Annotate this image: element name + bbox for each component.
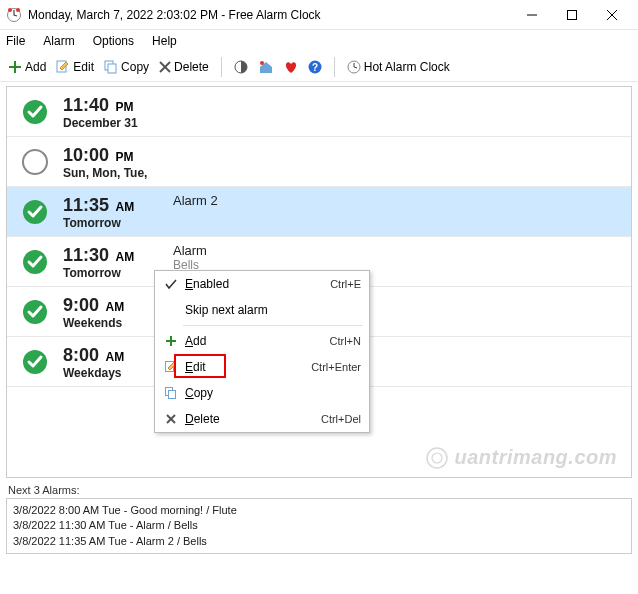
svg-point-2: [16, 8, 20, 12]
svg-rect-30: [169, 391, 176, 399]
alarm-status: [7, 93, 63, 125]
menu-help[interactable]: Help: [150, 32, 179, 50]
footer: Next 3 Alarms: 3/8/2022 8:00 AM Tue - Go…: [6, 482, 632, 554]
menu-options[interactable]: Options: [91, 32, 136, 50]
next-alarm-line: 3/8/2022 8:00 AM Tue - Good morning! / F…: [13, 503, 625, 518]
help-button[interactable]: ?: [306, 58, 324, 76]
context-menu-delete[interactable]: Delete Ctrl+Del: [155, 406, 369, 432]
contrast-button[interactable]: [232, 58, 250, 76]
alarm-time: 11:40 PMDecember 31: [63, 93, 173, 130]
window-title: Monday, March 7, 2022 2:03:02 PM - Free …: [28, 8, 512, 22]
app-icon: [6, 7, 22, 23]
context-menu-enabled[interactable]: Enabled Ctrl+E: [155, 271, 369, 297]
context-menu-separator: [183, 325, 363, 326]
titlebar: Monday, March 7, 2022 2:03:02 PM - Free …: [0, 0, 638, 30]
context-menu-label: Edit: [181, 360, 311, 374]
alarm-status: [7, 243, 63, 275]
toolbar: Add Edit Copy Delete ? Hot Alarm Clock: [0, 52, 638, 82]
context-menu-add[interactable]: Add Ctrl+N: [155, 328, 369, 354]
toolbar-separator: [221, 57, 222, 77]
alarm-row[interactable]: 11:35 AMTomorrowAlarm 2: [7, 187, 631, 237]
next-alarm-line: 3/8/2022 11:30 AM Tue - Alarm / Bells: [13, 518, 625, 533]
edit-icon: [161, 361, 181, 373]
window-controls: [512, 1, 632, 29]
help-icon: ?: [308, 60, 322, 74]
context-menu-edit[interactable]: Edit Ctrl+Enter: [155, 354, 369, 380]
alarm-time: 10:00 PMSun, Mon, Tue,: [63, 143, 173, 180]
delete-label: Delete: [174, 60, 209, 74]
context-menu-label: Add: [181, 334, 330, 348]
maximize-button[interactable]: [552, 1, 592, 29]
add-button[interactable]: Add: [6, 58, 48, 76]
next-alarm-line: 3/8/2022 11:35 AM Tue - Alarm 2 / Bells: [13, 534, 625, 549]
plus-icon: [8, 60, 22, 74]
menu-alarm[interactable]: Alarm: [41, 32, 76, 50]
delete-icon: [161, 414, 181, 424]
watermark: uantrimang.com: [426, 446, 617, 469]
add-label: Add: [25, 60, 46, 74]
svg-point-15: [260, 61, 264, 65]
context-menu-label: Enabled: [181, 277, 330, 291]
context-menu-label: Delete: [181, 412, 321, 426]
context-menu-shortcut: Ctrl+Del: [321, 413, 361, 425]
close-button[interactable]: [592, 1, 632, 29]
alarm-row[interactable]: 11:40 PMDecember 31: [7, 87, 631, 137]
alarm-row[interactable]: 10:00 PMSun, Mon, Tue,: [7, 137, 631, 187]
copy-button[interactable]: Copy: [102, 58, 151, 76]
context-menu-shortcut: Ctrl+E: [330, 278, 361, 290]
delete-icon: [159, 61, 171, 73]
context-menu-copy[interactable]: Copy: [155, 380, 369, 406]
edit-label: Edit: [73, 60, 94, 74]
heart-icon: [284, 60, 298, 74]
copy-icon: [104, 60, 118, 74]
alarm-status: [7, 293, 63, 325]
edit-icon: [56, 60, 70, 74]
context-menu-shortcut: Ctrl+Enter: [311, 361, 361, 373]
check-icon: [161, 278, 181, 290]
context-menu-label: Copy: [181, 386, 361, 400]
next-alarms-box: 3/8/2022 8:00 AM Tue - Good morning! / F…: [6, 498, 632, 554]
context-menu: Enabled Ctrl+E Skip next alarm Add Ctrl+…: [154, 270, 370, 433]
alarm-status: [7, 143, 63, 175]
svg-text:?: ?: [312, 62, 318, 73]
heart-button[interactable]: [282, 58, 300, 76]
menubar: File Alarm Options Help: [0, 30, 638, 52]
home-button[interactable]: [256, 58, 276, 76]
svg-point-25: [432, 453, 442, 463]
minimize-button[interactable]: [512, 1, 552, 29]
toolbar-separator: [334, 57, 335, 77]
context-menu-skip[interactable]: Skip next alarm: [155, 297, 369, 323]
copy-icon: [161, 387, 181, 399]
alarm-status: [7, 193, 63, 225]
copy-label: Copy: [121, 60, 149, 74]
svg-point-1: [8, 8, 12, 12]
hot-alarm-clock-button[interactable]: Hot Alarm Clock: [345, 58, 452, 76]
svg-rect-11: [108, 64, 116, 73]
alarm-description: Alarm 2: [173, 193, 631, 208]
alarm-time: 11:35 AMTomorrow: [63, 193, 173, 230]
next-alarms-label: Next 3 Alarms:: [6, 482, 632, 498]
alarm-description: AlarmBells: [173, 243, 631, 272]
home-icon: [258, 60, 274, 74]
svg-rect-4: [568, 10, 577, 19]
menu-file[interactable]: File: [4, 32, 27, 50]
delete-button[interactable]: Delete: [157, 58, 211, 76]
clock-icon: [347, 60, 361, 74]
context-menu-shortcut: Ctrl+N: [330, 335, 361, 347]
alarm-status: [7, 343, 63, 375]
context-menu-label: Skip next alarm: [181, 303, 361, 317]
plus-icon: [161, 335, 181, 347]
svg-point-24: [427, 448, 447, 468]
edit-button[interactable]: Edit: [54, 58, 96, 76]
hot-alarm-clock-label: Hot Alarm Clock: [364, 60, 450, 74]
contrast-icon: [234, 60, 248, 74]
